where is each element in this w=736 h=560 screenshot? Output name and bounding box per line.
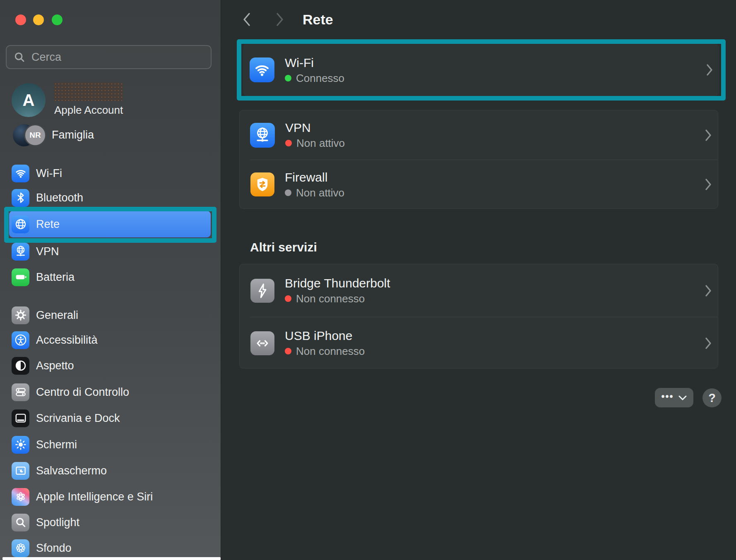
sun-icon: [12, 436, 29, 454]
altri-servizi-card: Bridge Thunderbolt Non connesso USB iPho…: [239, 264, 718, 369]
row-status: Non attivo: [296, 187, 344, 198]
sidebar-item-label: Batteria: [36, 271, 75, 284]
sidebar-item-label: Generali: [36, 309, 78, 322]
row-status: Non connesso: [296, 293, 365, 304]
toggles-icon: [12, 383, 29, 401]
more-options-button[interactable]: •••: [655, 388, 693, 407]
minimize-window-button[interactable]: [33, 14, 44, 25]
status-dot-green: [285, 75, 291, 81]
vpn-globe-icon: [12, 243, 29, 261]
forward-button[interactable]: [274, 12, 285, 27]
page-title: Rete: [303, 12, 333, 28]
status-dot-gray: [285, 189, 291, 196]
apple-account-avatar[interactable]: A: [12, 83, 46, 117]
wifi-card: Wi-Fi Connesso: [243, 44, 719, 96]
bluetooth-icon: [12, 189, 29, 207]
gear-icon: [12, 306, 29, 324]
magnifier-icon: [12, 514, 29, 531]
help-button[interactable]: ?: [702, 388, 722, 407]
desktop-dock-icon: [12, 409, 29, 427]
sidebar-item-label: Sfondo: [36, 542, 72, 555]
system-settings-window: Cerca A Apple Account NR Famiglia Wi-Fi: [0, 0, 736, 560]
bridge-thunderbolt-row[interactable]: Bridge Thunderbolt Non connesso: [240, 264, 718, 317]
sidebar-item-label: Wi-Fi: [36, 167, 62, 180]
search-input[interactable]: Cerca: [6, 45, 212, 69]
chevron-right-icon: [704, 337, 712, 350]
account-name-redacted: [54, 82, 123, 101]
sidebar-item-bluetooth[interactable]: Bluetooth: [9, 185, 211, 211]
family-member-badge-avatar[interactable]: NR: [24, 124, 46, 146]
avatar-initial: A: [23, 91, 35, 110]
status-dot-red: [285, 140, 292, 146]
flower-icon: [12, 539, 29, 557]
sidebar-item-label: Rete: [36, 218, 60, 231]
family-badge: NR: [29, 131, 41, 140]
chevron-right-icon: [704, 284, 712, 297]
wifi-row[interactable]: Wi-Fi Connesso: [243, 44, 719, 96]
accessibility-icon: [12, 331, 29, 349]
row-title: Bridge Thunderbolt: [285, 277, 390, 290]
search-icon: [13, 51, 26, 63]
row-title: VPN: [285, 122, 345, 134]
chevron-right-icon: [704, 129, 712, 142]
globe-icon: [12, 215, 29, 233]
sidebar-item-label: Bluetooth: [36, 191, 83, 204]
siri-icon: [12, 488, 29, 506]
sidebar-item-generali[interactable]: Generali: [9, 302, 211, 328]
close-window-button[interactable]: [15, 14, 26, 25]
question-mark-label: ?: [708, 391, 716, 405]
sidebar-item-schermi[interactable]: Schermi: [9, 432, 211, 457]
sidebar-item-label: Apple Intelligence e Siri: [36, 491, 153, 503]
back-button[interactable]: [241, 12, 252, 27]
sidebar-item-aspetto[interactable]: Aspetto: [9, 353, 211, 378]
contrast-icon: [12, 357, 29, 375]
vpn-row[interactable]: VPN Non attivo: [240, 110, 718, 160]
apple-account-label[interactable]: Apple Account: [54, 104, 123, 117]
row-status: Non attivo: [296, 138, 345, 148]
firewall-row[interactable]: Firewall Non attivo: [240, 160, 718, 209]
row-title: Firewall: [285, 171, 344, 184]
sidebar-item-rete[interactable]: Rete: [9, 211, 211, 237]
wifi-icon: [250, 57, 274, 82]
row-title: Wi-Fi: [285, 57, 344, 69]
sidebar-item-label: Salvaschermo: [36, 464, 107, 477]
sidebar-item-spotlight[interactable]: Spotlight: [9, 510, 211, 535]
vpn-globe-icon: [250, 123, 275, 148]
thunderbolt-icon: [250, 279, 274, 303]
status-dot-red: [285, 295, 291, 302]
chevron-right-icon: [704, 178, 712, 191]
battery-icon: [12, 268, 29, 286]
sidebar-item-label: Scrivania e Dock: [36, 412, 120, 425]
sidebar-item-scrivania-e-dock[interactable]: Scrivania e Dock: [9, 405, 211, 431]
zoom-window-button[interactable]: [52, 14, 63, 25]
usb-iphone-row[interactable]: USB iPhone Non connesso: [240, 317, 718, 369]
row-status: Non connesso: [296, 346, 365, 357]
firewall-shield-icon: [250, 172, 274, 196]
sidebar-item-label: VPN: [36, 245, 59, 258]
sidebar-item-label: Accessibilità: [36, 334, 98, 347]
sidebar-item-accessibilita[interactable]: Accessibilità: [9, 327, 211, 353]
sidebar-item-label: Centro di Controllo: [36, 386, 129, 399]
wifi-icon: [12, 165, 29, 182]
section-title-altri-servizi: Altri servizi: [250, 240, 317, 254]
sidebar: Cerca A Apple Account NR Famiglia Wi-Fi: [0, 0, 221, 560]
sidebar-item-wifi[interactable]: Wi-Fi: [9, 160, 211, 186]
chevron-right-icon: [705, 63, 714, 77]
row-title: USB iPhone: [285, 330, 365, 342]
sidebar-item-centro-di-controllo[interactable]: Centro di Controllo: [9, 379, 211, 405]
sidebar-item-batteria[interactable]: Batteria: [9, 264, 211, 290]
sidebar-item-label: Spotlight: [36, 516, 79, 529]
screenshot-edge-artifact: [2, 557, 221, 560]
sidebar-item-vpn[interactable]: VPN: [9, 239, 211, 264]
sidebar-item-salvaschermo[interactable]: Salvaschermo: [9, 458, 211, 483]
search-placeholder: Cerca: [31, 51, 61, 64]
status-dot-red: [285, 348, 291, 354]
chevron-down-icon: [678, 395, 687, 401]
sidebar-item-sfondo[interactable]: Sfondo: [9, 535, 211, 560]
sidebar-item-label: Aspetto: [36, 359, 74, 372]
sidebar-item-apple-intelligence-siri[interactable]: Apple Intelligence e Siri: [9, 484, 211, 510]
sidebar-item-famiglia[interactable]: Famiglia: [52, 129, 94, 141]
ellipsis-icon: •••: [661, 397, 673, 399]
sidebar-item-label: Schermi: [36, 438, 77, 451]
usb-connector-icon: [250, 331, 274, 355]
